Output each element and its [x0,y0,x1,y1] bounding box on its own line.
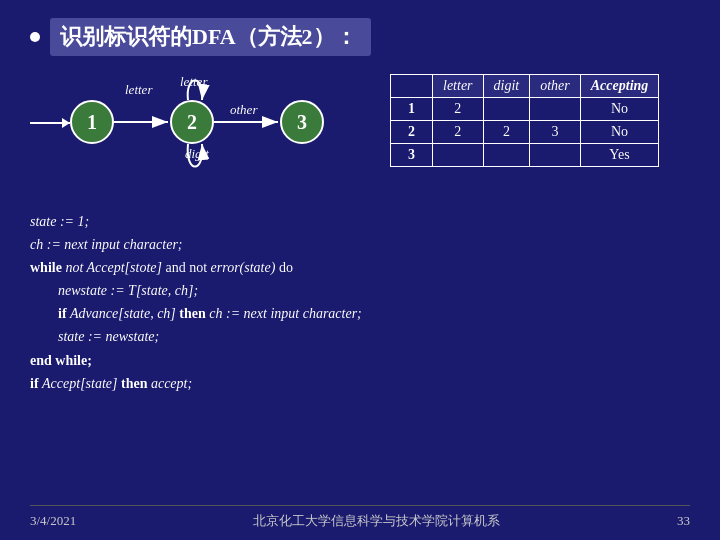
code-line-6: state := newstate; [58,325,690,348]
table-header-row: letter digit other Accepting [391,75,659,98]
code-line-2: ch := next input character; [30,233,690,256]
code-then-keyword: then [176,306,209,321]
label-letter-1-2: letter [125,82,152,98]
table-row: 2 2 2 3 No [391,121,659,144]
td-1-letter: 2 [433,98,484,121]
slide: 识别标识符的DFA（方法2）： [0,0,720,540]
footer-page: 33 [677,513,690,529]
code-while-and: and not [162,260,211,275]
td-state-1: 1 [391,98,433,121]
td-1-accept: No [580,98,659,121]
td-3-letter [433,144,484,167]
label-other: other [230,102,257,118]
footer-university: 北京化工大学信息科学与技术学院计算机系 [76,512,677,530]
code-if-keyword: if [58,306,70,321]
dfa-table-container: letter digit other Accepting 1 2 No [390,74,659,167]
code-while-cond: not Accept[stote] [65,260,162,275]
code-line-7: end while; [30,349,690,372]
th-letter: letter [433,75,484,98]
td-2-accept: No [580,121,659,144]
th-accepting: Accepting [580,75,659,98]
state-1-circle: 1 [70,100,114,144]
code-while-do: do [275,260,293,275]
footer-date: 3/4/2021 [30,513,76,529]
code-line-1: state := 1; [30,210,690,233]
label-digit: digit [185,146,209,162]
code-line-4: newstate := T[state, ch]; [58,279,690,302]
state-3-circle: 3 [280,100,324,144]
code-line-8: if Accept[state] then accept; [30,372,690,395]
code-ch-next: ch := next input character; [209,306,362,321]
code-section: state := 1; ch := next input character; … [30,210,690,395]
code-if-accept-keyword: if [30,376,42,391]
code-state-assign: state := 1; [30,214,89,229]
main-content: letter letter other digit 1 2 3 [30,74,690,194]
th-digit: digit [483,75,530,98]
th-other: other [530,75,581,98]
code-accept-cond: Accept[state] [42,376,117,391]
code-state-newstate: state := newstate; [58,329,159,344]
code-ch-assign: ch := next input character; [30,237,183,252]
td-3-digit [483,144,530,167]
td-state-2: 2 [391,121,433,144]
state-2-circle: 2 [170,100,214,144]
slide-title: 识别标识符的DFA（方法2）： [50,18,371,56]
td-1-digit [483,98,530,121]
dfa-diagram: letter letter other digit 1 2 3 [30,74,360,194]
table-row: 1 2 No [391,98,659,121]
title-row: 识别标识符的DFA（方法2）： [30,18,690,56]
code-end-while: end while; [30,353,92,368]
td-1-other [530,98,581,121]
td-2-letter: 2 [433,121,484,144]
bullet-point [30,32,40,42]
td-2-digit: 2 [483,121,530,144]
code-advance: Advance[state, ch] [70,306,176,321]
code-then-accept-keyword: then [117,376,150,391]
code-error-cond: error(state) [211,260,276,275]
label-letter-self: letter [180,74,207,90]
td-3-accept: Yes [580,144,659,167]
td-state-3: 3 [391,144,433,167]
dfa-table: letter digit other Accepting 1 2 No [390,74,659,167]
table-row: 3 Yes [391,144,659,167]
td-2-other: 3 [530,121,581,144]
td-3-other [530,144,581,167]
footer: 3/4/2021 北京化工大学信息科学与技术学院计算机系 33 [30,505,690,530]
code-line-5: if Advance[state, ch] then ch := next in… [58,302,690,325]
code-newstate: newstate := T[state, ch]; [58,283,198,298]
th-empty [391,75,433,98]
code-line-3: while not Accept[stote] and not error(st… [30,256,690,279]
code-accept-action: accept; [151,376,192,391]
code-while-keyword: while [30,260,65,275]
